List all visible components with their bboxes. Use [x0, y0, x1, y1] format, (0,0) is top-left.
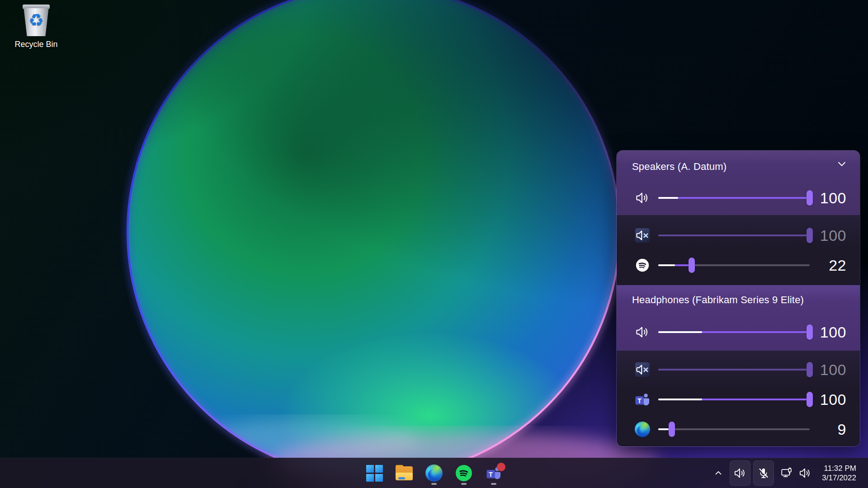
recycle-bin-shortcut[interactable]: ♻ Recycle Bin [7, 5, 65, 49]
volume-value: 100 [810, 189, 846, 207]
spotify-volume-slider[interactable] [658, 257, 810, 274]
tray-microphone-muted-button[interactable] [753, 460, 774, 486]
display-device-icon [780, 467, 793, 479]
file-explorer-button[interactable] [392, 460, 417, 487]
audio-peak-meter [658, 331, 702, 333]
notification-badge [497, 463, 505, 471]
speaker-icon [633, 190, 651, 206]
spotify-icon [635, 258, 650, 273]
device-header-headphones[interactable]: Headphones (Fabrikam Series 9 Elite) [632, 287, 828, 313]
clock-time: 11:32 PM [822, 464, 856, 473]
volume-value: 100 [810, 324, 846, 341]
system-tray: 11:32 PM 3/17/2022 [710, 458, 868, 488]
speakers-master-volume-slider[interactable] [658, 189, 810, 206]
volume-value: 22 [810, 257, 846, 274]
headphones-master-volume-slider[interactable] [658, 324, 810, 341]
edge-icon [425, 465, 443, 482]
device-header-speakers[interactable]: Speakers (A. Datum) [632, 154, 828, 179]
tray-quick-settings-group[interactable] [777, 466, 816, 480]
taskbar: T [0, 458, 868, 488]
recycle-bin-label: Recycle Bin [7, 40, 65, 49]
speakers-master-volume-row: 100 [632, 182, 846, 214]
taskbar-center-apps: T [362, 458, 506, 488]
microphone-muted-icon [757, 467, 770, 479]
start-button[interactable] [362, 460, 387, 487]
slider-thumb[interactable] [807, 362, 813, 377]
tray-volume-button[interactable] [730, 460, 750, 486]
spotify-icon [456, 465, 472, 481]
speaker-icon [733, 466, 747, 480]
edge-volume-row: 9 [632, 413, 846, 446]
volume-value: 9 [810, 421, 846, 438]
svg-text:T: T [489, 471, 493, 478]
slider-thumb[interactable] [669, 422, 675, 437]
file-explorer-icon [396, 466, 413, 480]
spotify-volume-row: 22 [632, 249, 846, 282]
headphones-title: Headphones (Fabrikam Series 9 Elite) [632, 294, 804, 306]
teams-volume-slider[interactable] [658, 391, 810, 408]
system-sounds-volume-slider[interactable] [658, 227, 810, 244]
volume-mixer-flyout: Speakers (A. Datum) 100 [616, 150, 860, 447]
edge-icon [635, 422, 650, 437]
slider-thumb[interactable] [807, 392, 813, 407]
audio-peak-meter [658, 428, 669, 430]
windows-logo-icon [366, 465, 383, 482]
tray-clock[interactable]: 11:32 PM 3/17/2022 [822, 464, 856, 483]
system-sounds-volume-row: 100 [632, 353, 846, 386]
recycle-bin-icon: ♻ [20, 5, 52, 37]
spotify-button[interactable] [451, 460, 476, 487]
desktop-screen: ♻ Recycle Bin Speakers (A. Datum) [0, 0, 868, 488]
teams-icon: T [634, 391, 651, 408]
edge-button[interactable] [421, 460, 447, 487]
slider-thumb[interactable] [807, 324, 813, 340]
running-indicator [461, 483, 467, 485]
speaker-mute-icon [633, 228, 651, 243]
speaker-icon [798, 466, 812, 480]
volume-value: 100 [810, 361, 846, 379]
tray-overflow-button[interactable] [710, 461, 727, 485]
volume-value: 100 [810, 391, 846, 408]
audio-peak-meter [658, 197, 678, 199]
speaker-icon [633, 324, 651, 340]
teams-button[interactable]: T [481, 460, 506, 487]
volume-value: 100 [810, 227, 846, 244]
chevron-up-icon [713, 468, 723, 478]
running-indicator [431, 483, 437, 485]
clock-date: 3/17/2022 [822, 473, 856, 483]
headphones-master-volume-row: 100 [632, 316, 846, 348]
audio-peak-meter [658, 399, 702, 400]
slider-thumb[interactable] [807, 228, 813, 243]
running-indicator [491, 483, 496, 485]
speakers-title: Speakers (A. Datum) [632, 161, 726, 173]
speaker-mute-icon [633, 362, 651, 377]
edge-volume-slider[interactable] [658, 421, 810, 438]
audio-peak-meter [658, 264, 675, 266]
chevron-down-icon[interactable] [835, 159, 848, 169]
svg-text:T: T [637, 397, 642, 404]
slider-thumb[interactable] [807, 190, 813, 206]
recycle-symbol-icon: ♻ [20, 12, 52, 29]
system-sounds-volume-slider[interactable] [658, 361, 810, 378]
teams-volume-row: T 100 [632, 383, 846, 416]
system-sounds-volume-row: 100 [632, 219, 846, 252]
slider-thumb[interactable] [689, 258, 695, 273]
